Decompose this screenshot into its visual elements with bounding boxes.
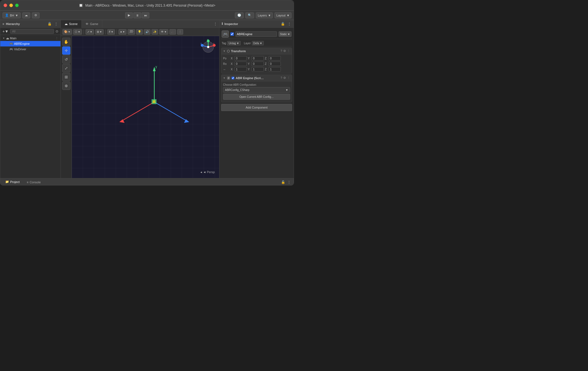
- scene-tab-bar: ⛰ Scene 👁 Game ⋮: [61, 20, 219, 28]
- step-button[interactable]: ⏭: [142, 12, 149, 18]
- rect-tool[interactable]: ⊞: [62, 73, 70, 81]
- scene-separator-3: [117, 29, 117, 34]
- static-dropdown[interactable]: Static ▼: [279, 31, 292, 37]
- audio-toggle[interactable]: 🔊: [144, 29, 150, 35]
- scale-tool[interactable]: ⤢: [62, 64, 70, 72]
- 3d-view-btn[interactable]: ⬡▼: [73, 29, 82, 35]
- abr-engine-arrow-icon: ▼: [223, 77, 226, 79]
- pos-z-input[interactable]: [269, 56, 281, 60]
- 2d-toggle[interactable]: 2D: [128, 29, 135, 35]
- config-dropdown[interactable]: ABRConfig_CSharp ▼: [223, 87, 290, 93]
- grid-icon: #: [109, 30, 111, 33]
- object-name-input[interactable]: [235, 31, 277, 37]
- hierarchy-lock-button[interactable]: 🔓: [47, 22, 52, 26]
- scene-viewport[interactable]: ✋ ✛ ↺ ⤢ ⊞ ⊕ y: [61, 36, 219, 178]
- effects-toggle[interactable]: ✨: [152, 29, 158, 35]
- pause-button[interactable]: ⏸: [133, 12, 141, 18]
- layout-dropdown[interactable]: Layout ▼: [274, 12, 292, 18]
- snap-tool-btn[interactable]: ⊞▼: [95, 29, 104, 35]
- move-tool[interactable]: ✛: [62, 46, 70, 55]
- maximize-button[interactable]: [15, 4, 19, 7]
- inspector-more-button[interactable]: ⋮: [287, 22, 292, 26]
- hierarchy-filter-button[interactable]: ⊙: [55, 29, 59, 33]
- rot-x-input[interactable]: [235, 62, 247, 66]
- rot-y-input[interactable]: [252, 62, 264, 66]
- project-more-button[interactable]: ⋮: [287, 180, 291, 184]
- gizmo-menu-btn[interactable]: ●▼: [119, 29, 127, 35]
- rotate-tool[interactable]: ↺: [62, 55, 70, 63]
- tab-game[interactable]: 👁 Game: [82, 20, 102, 28]
- hierarchy-more-button[interactable]: ⋮: [54, 22, 58, 26]
- inspector-body: 🎮 Static ▼ Tag Untag ▼ Layer Defa ▼: [219, 28, 294, 178]
- abr-engine-active-checkbox[interactable]: [232, 77, 234, 79]
- combined-tool[interactable]: ⊕: [62, 82, 70, 90]
- scale-y-input[interactable]: [252, 67, 264, 71]
- grid-tool-btn[interactable]: #▼: [107, 29, 115, 35]
- abr-help-icon[interactable]: ?: [281, 76, 282, 80]
- hierarchy-add-button[interactable]: +▼: [2, 29, 9, 34]
- visibility-toggle[interactable]: 👁▼: [159, 29, 168, 35]
- abr-engine-header[interactable]: ▼ # ABR Engine (Scri… ? ⚙ ⋮: [221, 75, 292, 81]
- transform-help-icon[interactable]: ?: [281, 49, 282, 53]
- shading-mode-btn[interactable]: 🎨▼: [62, 29, 72, 35]
- hierarchy-item-actions: ⋮: [55, 37, 58, 40]
- user-icon: 👤: [5, 13, 9, 17]
- expand-arrow-icon: ▼: [2, 37, 5, 40]
- transform-tool-btn[interactable]: ⤢▼: [86, 29, 94, 35]
- scene-left-tools: ✋ ✛ ↺ ⤢ ⊞ ⊕: [61, 36, 72, 178]
- svg-text:x: x: [213, 42, 215, 45]
- choose-config-label: Choose ABR Configuration:: [223, 82, 290, 87]
- snap-icon: ⊞: [97, 30, 99, 33]
- scale-x-input[interactable]: [235, 67, 247, 71]
- hierarchy-item-abrengine[interactable]: 🎮 ABREngine: [0, 41, 61, 46]
- abr-more-icon[interactable]: ⋮: [287, 76, 290, 80]
- transform-more-icon[interactable]: ⋮: [287, 49, 290, 53]
- abr-engine-script-icon: #: [227, 76, 230, 80]
- abr-settings-icon[interactable]: ⚙: [283, 76, 286, 80]
- play-button[interactable]: ▶: [125, 12, 133, 18]
- pos-x-input[interactable]: [235, 56, 247, 60]
- history-button[interactable]: 🕐: [235, 12, 244, 18]
- audio-icon: 🔊: [145, 30, 149, 33]
- inspector-header-actions: 🔓 ⋮: [280, 22, 292, 26]
- settings-button[interactable]: ⚙: [32, 12, 40, 18]
- layers-dropdown[interactable]: Layers ▼: [256, 12, 273, 18]
- project-panel: 📁 Project ≡ Console 🔓 ⋮ +▼ 📋 🏷 ⭐ 👁 20: [0, 178, 294, 185]
- inspector-icon: ℹ: [222, 22, 223, 26]
- gameobject-icon: 🎮: [9, 42, 13, 46]
- layout-chevron-icon: ▼: [287, 14, 290, 17]
- hierarchy-search-input[interactable]: [10, 29, 54, 34]
- close-button[interactable]: [4, 4, 7, 7]
- bottom-panels: 📁 Project ≡ Console 🔓 ⋮ +▼ 📋 🏷 ⭐ 👁 20: [0, 178, 294, 185]
- minimize-button[interactable]: [9, 4, 13, 7]
- project-lock-button[interactable]: 🔓: [281, 180, 286, 184]
- rot-z-input[interactable]: [269, 62, 281, 66]
- transform-header[interactable]: ▼ ⬡ Transform ? ⚙ ⋮: [221, 48, 292, 54]
- hand-tool[interactable]: ✋: [62, 38, 70, 46]
- tag-dropdown[interactable]: Untag ▼: [227, 41, 241, 45]
- inspector-lock-button[interactable]: 🔓: [280, 22, 285, 26]
- layer-dropdown[interactable]: Defa ▼: [252, 41, 264, 45]
- scene-separator-1: [84, 29, 84, 34]
- scale-z-input[interactable]: [269, 67, 281, 71]
- transform-settings-icon[interactable]: ⚙: [283, 49, 286, 53]
- search-button[interactable]: 🔍: [245, 12, 254, 18]
- light-toggle[interactable]: 💡: [136, 29, 143, 35]
- layer-chevron-icon: ▼: [260, 42, 262, 45]
- user-menu-button[interactable]: 👤 BH ▼: [2, 12, 21, 18]
- hierarchy-item-main[interactable]: ▼ ⛰ Main ⋮: [0, 35, 61, 41]
- console-tab-icon: ≡: [27, 181, 28, 184]
- hierarchy-item-visdriver[interactable]: 🎮 VisDriver: [0, 46, 61, 52]
- tab-project[interactable]: 📁 Project: [2, 178, 22, 186]
- tab-scene[interactable]: ⛰ Scene: [61, 20, 82, 28]
- add-component-button[interactable]: Add Component: [221, 104, 292, 111]
- tab-console[interactable]: ≡ Console: [24, 178, 43, 186]
- open-config-button[interactable]: Open Current ABR Config…: [223, 94, 290, 100]
- cloud-button[interactable]: ☁: [22, 12, 30, 18]
- scene-tab-more[interactable]: ⋮: [214, 22, 219, 26]
- more-scene-btn[interactable]: ⋮: [177, 29, 183, 35]
- camera-settings-btn[interactable]: 🎥: [169, 29, 176, 35]
- pos-y-input[interactable]: [252, 56, 264, 60]
- object-active-checkbox[interactable]: [230, 32, 234, 36]
- svg-text:z: z: [200, 42, 202, 45]
